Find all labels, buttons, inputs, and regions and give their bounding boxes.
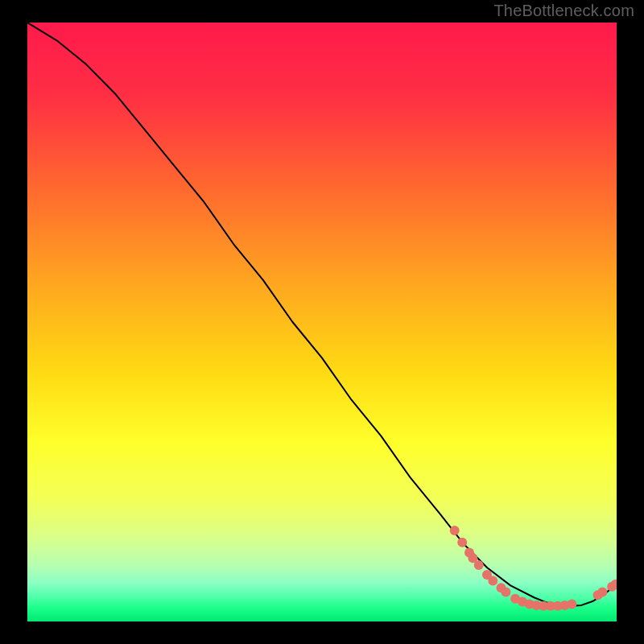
data-marker: [450, 526, 460, 535]
data-marker: [457, 538, 467, 547]
plot-area: [27, 23, 617, 621]
chart-frame: TheBottleneck.com: [0, 0, 644, 644]
gradient-background: [27, 23, 617, 621]
data-marker: [488, 576, 497, 585]
watermark-text: TheBottleneck.com: [493, 2, 634, 20]
data-marker: [474, 560, 484, 570]
data-marker: [567, 599, 576, 609]
data-marker: [501, 588, 510, 597]
data-marker: [597, 588, 607, 597]
bottleneck-chart: [27, 23, 617, 621]
